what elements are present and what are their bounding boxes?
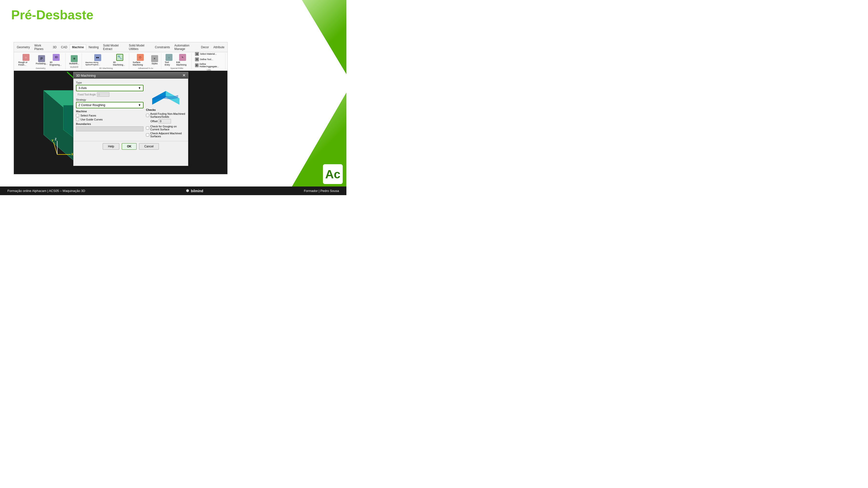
svg-text:Z: Z: [55, 137, 56, 141]
check-gouging-row: Check for Gouging on Current Surface: [146, 125, 186, 131]
dialog-title-bar: 3D Machining ✕: [73, 72, 188, 79]
ribbon-group-specialedits-label: Special Edits: [170, 67, 183, 69]
pocketing-icon: P: [38, 55, 45, 62]
bilmind-snowflake-icon: ❄: [186, 189, 189, 193]
svg-text:X: X: [71, 153, 73, 156]
btn-styles[interactable]: ≡ Styles: [150, 55, 160, 65]
defineholder-icon: ⊞: [195, 63, 198, 67]
ribbon-group-multidrill: ⊕ Multidrill... Multidrill: [67, 53, 82, 69]
offset-row: Offset: [150, 119, 186, 123]
ribbon-group-3dmachining: ▶▶ Machine Along Spline/Polyline... 🔧 3D…: [83, 53, 129, 69]
btn-editmachining[interactable]: ✎ Edit Machining: [175, 54, 190, 67]
definetool-icon: ⚙: [195, 57, 199, 61]
deco-top-right: [302, 0, 346, 74]
select-faces-checkbox[interactable]: [76, 114, 79, 117]
btn-selectmaterial[interactable]: ◈ Select Material...: [194, 52, 217, 56]
footer: Formação online Alphacam | ACS05 – Maqui…: [0, 187, 346, 195]
footer-center: ❄ bilmind: [186, 189, 204, 193]
btn-defineholder[interactable]: ⊞ Define Holder/Aggregate...: [194, 62, 224, 68]
check-gouging-checkbox[interactable]: [146, 126, 149, 130]
surfacemachining-icon: ⬡: [137, 54, 144, 61]
machine-section: Machine Select Faces Use Guide Curves: [76, 110, 144, 121]
dialog-right: Checks Avoid Fouling Non-Machined Surfac…: [146, 81, 186, 138]
ribbon-group-advanced5ax: ⬡ Surface Machining ≡ Styles Advanced 5-…: [130, 53, 161, 69]
strategy-dropdown-icon: ▼: [138, 103, 141, 107]
tab-cad[interactable]: CAD: [59, 44, 69, 50]
avoid-fouling-label: Avoid Fouling Non-Machined Surfaces/Soli…: [150, 112, 186, 118]
footer-left: Formação online Alphacam | ACS05 – Maqui…: [7, 189, 85, 193]
ribbon-group-geometry-label: Geometry: [36, 67, 45, 69]
toolentry-icon: ↓: [165, 54, 173, 61]
shape-preview: [150, 84, 182, 108]
type-dropdown-icon: ▼: [138, 86, 141, 90]
dialog-footer: Help OK Cancel: [73, 141, 188, 152]
btn-surfacemachining[interactable]: ⬡ Surface Machining: [132, 54, 149, 67]
tab-solidmodelextract[interactable]: Solid Model Extract: [101, 43, 126, 52]
selectmaterial-icon: ◈: [195, 52, 199, 56]
3dmachining-icon: 🔧: [116, 54, 123, 61]
select-faces-label: Select Faces: [81, 114, 96, 117]
ribbon-group-advanced5ax-label: Advanced 5-Ax: [138, 67, 153, 69]
logo-ac: Ac: [323, 164, 343, 184]
ribbon-group-specialedits: ↓ Tool Entry ✎ Edit Machining Special Ed…: [162, 53, 192, 69]
tab-nesting[interactable]: Nesting: [87, 44, 101, 50]
tab-solidmodelutilities[interactable]: Solid Model Utilities: [127, 43, 152, 52]
btn-3dengraving[interactable]: 3D 3D Engraving...: [49, 54, 64, 67]
ribbon-content: ◇ Rough or Finish... P Pocketing... 3D 3…: [14, 52, 227, 71]
type-label: Type: [76, 81, 144, 84]
ok-button[interactable]: OK: [122, 143, 136, 150]
dialog-title: 3D Machining: [76, 74, 96, 77]
btn-multidrill[interactable]: ⊕ Multidrill...: [68, 55, 80, 65]
offset-input[interactable]: [159, 119, 171, 123]
boundaries-label: Boundaries: [76, 123, 144, 125]
dialog-left: Type 3-Axis ▼ Fixed Tool Angle Strategy …: [76, 81, 144, 138]
help-button[interactable]: Help: [103, 143, 119, 150]
tab-automationmanage[interactable]: Automation Manage: [173, 43, 199, 52]
machine-label: Machine: [76, 110, 144, 113]
strategy-label: Strategy: [76, 98, 144, 101]
btn-rough-finish[interactable]: ◇ Rough or Finish...: [17, 54, 35, 67]
use-guide-curves-label: Use Guide Curves: [81, 118, 103, 121]
strategy-select[interactable]: Z Contour Roughing ▼: [76, 102, 144, 108]
fixed-tool-angle-row: Fixed Tool Angle: [76, 92, 144, 97]
tab-3d[interactable]: 3D: [51, 44, 58, 50]
type-select[interactable]: 3-Axis ▼: [76, 85, 144, 91]
fixed-tool-angle-input[interactable]: [97, 92, 110, 97]
btn-machinealong[interactable]: ▶▶ Machine Along Spline/Polyline...: [84, 54, 111, 66]
avoid-fouling-row: Avoid Fouling Non-Machined Surfaces/Soli…: [146, 112, 186, 118]
svg-text:Y: Y: [52, 139, 54, 142]
roughfinish-icon: ◇: [23, 54, 29, 61]
cancel-button[interactable]: Cancel: [139, 143, 159, 150]
fixed-tool-angle-label: Fixed Tool Angle: [76, 93, 96, 96]
cam-area: Geometry Work Planes 3D CAD Machine Nest…: [13, 42, 228, 174]
styles-icon: ≡: [151, 55, 158, 62]
tab-constraints[interactable]: Constraints: [153, 44, 172, 50]
machinealong-icon: ▶▶: [94, 54, 101, 61]
use-guide-curves-checkbox[interactable]: [76, 118, 79, 121]
dialog-3d-machining: 3D Machining ✕ Type 3-Axis ▼ Fixed Tool …: [73, 72, 188, 166]
tab-geometry[interactable]: Geometry: [15, 44, 32, 50]
editmachining-icon: ✎: [179, 54, 186, 61]
boundaries-section: Boundaries: [76, 123, 144, 131]
shape-preview-svg: [150, 84, 182, 108]
ribbon-tabs: Geometry Work Planes 3D CAD Machine Nest…: [14, 42, 227, 52]
check-adjacent-row: Check Adjacent Machined Surfaces: [146, 132, 186, 138]
btn-toolentry[interactable]: ↓ Tool Entry: [164, 54, 175, 67]
check-adjacent-checkbox[interactable]: [146, 133, 149, 136]
avoid-fouling-checkbox[interactable]: [146, 114, 149, 117]
check-gouging-label: Check for Gouging on Current Surface: [150, 125, 186, 131]
type-value: 3-Axis: [79, 86, 87, 90]
page-title: Pré-Desbaste: [11, 7, 93, 22]
boundaries-input[interactable]: [76, 126, 144, 131]
btn-pocketing[interactable]: P Pocketing...: [36, 55, 48, 65]
tab-machine[interactable]: Machine: [70, 44, 86, 50]
multidrill-icon: ⊕: [71, 55, 78, 62]
strategy-value: Z Contour Roughing: [79, 103, 105, 107]
close-icon[interactable]: ✕: [182, 73, 186, 77]
tab-attribute[interactable]: Attribute: [211, 44, 226, 50]
tab-decor[interactable]: Decor: [199, 44, 211, 50]
btn-definetool[interactable]: ⚙ Define Tool...: [194, 57, 214, 62]
btn-3dmachining[interactable]: 🔧 3D Machining...: [112, 54, 128, 67]
tab-workplanes[interactable]: Work Planes: [32, 43, 51, 52]
use-guide-curves-row: Use Guide Curves: [76, 118, 144, 121]
